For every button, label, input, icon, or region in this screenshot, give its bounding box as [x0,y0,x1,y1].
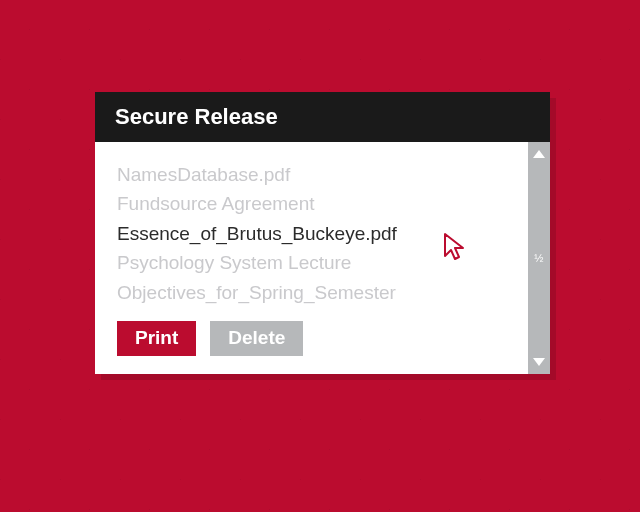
scroll-up-icon[interactable] [533,150,545,158]
background: Secure Release NamesDatabase.pdf Fundsou… [0,0,640,512]
window-title: Secure Release [115,104,278,129]
delete-button[interactable]: Delete [210,321,303,356]
scrollbar[interactable]: ½ [528,142,550,374]
action-row: Print Delete [117,321,512,356]
file-list: NamesDatabase.pdf Fundsource Agreement E… [95,142,528,374]
secure-release-window: Secure Release NamesDatabase.pdf Fundsou… [95,92,550,374]
scroll-position-indicator: ½ [534,252,544,264]
list-item[interactable]: Fundsource Agreement [117,189,512,218]
window-body: NamesDatabase.pdf Fundsource Agreement E… [95,142,550,374]
list-item[interactable]: NamesDatabase.pdf [117,160,512,189]
window-titlebar: Secure Release [95,92,550,142]
list-item[interactable]: Psychology System Lecture [117,248,512,277]
print-button[interactable]: Print [117,321,196,356]
list-item[interactable]: Objectives_for_Spring_Semester [117,278,512,307]
scroll-down-icon[interactable] [533,358,545,366]
list-item-selected[interactable]: Essence_of_Brutus_Buckeye.pdf [117,219,512,248]
